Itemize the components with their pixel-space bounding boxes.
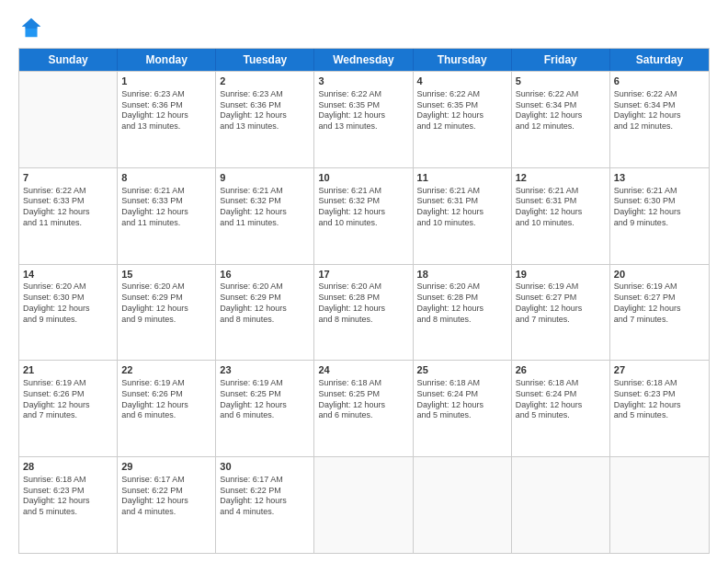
cal-cell: 17Sunrise: 6:20 AM Sunset: 6:28 PM Dayli… — [314, 265, 413, 361]
cell-day-number: 27 — [614, 363, 705, 377]
cell-day-number: 23 — [220, 363, 310, 377]
cal-cell: 5Sunrise: 6:22 AM Sunset: 6:34 PM Daylig… — [512, 72, 610, 167]
cell-info: Sunrise: 6:19 AM Sunset: 6:27 PM Dayligh… — [516, 282, 606, 325]
svg-marker-1 — [22, 18, 41, 29]
cal-cell: 24Sunrise: 6:18 AM Sunset: 6:25 PM Dayli… — [314, 361, 413, 456]
cal-cell: 21Sunrise: 6:19 AM Sunset: 6:26 PM Dayli… — [19, 361, 118, 456]
cell-day-number: 16 — [220, 268, 310, 282]
header-day-sunday: Sunday — [19, 49, 118, 71]
cell-info: Sunrise: 6:20 AM Sunset: 6:28 PM Dayligh… — [318, 282, 408, 325]
cell-day-number: 30 — [220, 460, 310, 474]
cal-cell: 7Sunrise: 6:22 AM Sunset: 6:33 PM Daylig… — [19, 168, 118, 264]
cell-info: Sunrise: 6:18 AM Sunset: 6:24 PM Dayligh… — [417, 378, 507, 421]
cal-cell: 11Sunrise: 6:21 AM Sunset: 6:31 PM Dayli… — [414, 168, 512, 264]
cal-cell: 19Sunrise: 6:19 AM Sunset: 6:27 PM Dayli… — [512, 265, 610, 361]
cal-cell: 20Sunrise: 6:19 AM Sunset: 6:27 PM Dayli… — [610, 265, 709, 361]
cal-cell: 14Sunrise: 6:20 AM Sunset: 6:30 PM Dayli… — [19, 265, 118, 361]
logo — [18, 15, 48, 40]
cell-day-number: 13 — [614, 171, 705, 185]
week-row-1: 7Sunrise: 6:22 AM Sunset: 6:33 PM Daylig… — [19, 167, 709, 264]
cell-day-number: 4 — [417, 75, 507, 88]
cell-day-number: 18 — [417, 268, 507, 282]
cell-info: Sunrise: 6:20 AM Sunset: 6:29 PM Dayligh… — [121, 282, 211, 325]
cell-info: Sunrise: 6:22 AM Sunset: 6:34 PM Dayligh… — [614, 89, 705, 132]
cal-cell — [610, 457, 709, 553]
cell-info: Sunrise: 6:21 AM Sunset: 6:32 PM Dayligh… — [220, 186, 310, 229]
cell-day-number: 14 — [23, 268, 113, 282]
cell-day-number: 17 — [318, 268, 408, 282]
cell-info: Sunrise: 6:23 AM Sunset: 6:36 PM Dayligh… — [220, 89, 310, 132]
cell-info: Sunrise: 6:19 AM Sunset: 6:25 PM Dayligh… — [220, 378, 310, 421]
cal-cell: 28Sunrise: 6:18 AM Sunset: 6:23 PM Dayli… — [19, 457, 118, 553]
cell-info: Sunrise: 6:22 AM Sunset: 6:33 PM Dayligh… — [23, 186, 113, 229]
cell-day-number: 1 — [121, 75, 211, 88]
cell-day-number: 3 — [318, 75, 408, 88]
cal-cell — [414, 457, 512, 553]
cell-day-number: 22 — [121, 363, 211, 377]
cell-info: Sunrise: 6:22 AM Sunset: 6:35 PM Dayligh… — [417, 89, 507, 132]
header-day-monday: Monday — [118, 49, 216, 71]
cell-info: Sunrise: 6:20 AM Sunset: 6:29 PM Dayligh… — [220, 282, 310, 325]
cal-cell: 9Sunrise: 6:21 AM Sunset: 6:32 PM Daylig… — [216, 168, 314, 264]
cell-info: Sunrise: 6:19 AM Sunset: 6:27 PM Dayligh… — [614, 282, 705, 325]
cal-cell: 30Sunrise: 6:17 AM Sunset: 6:22 PM Dayli… — [216, 457, 314, 553]
cell-info: Sunrise: 6:18 AM Sunset: 6:24 PM Dayligh… — [516, 378, 606, 421]
cal-cell: 29Sunrise: 6:17 AM Sunset: 6:22 PM Dayli… — [118, 457, 216, 553]
cal-cell: 1Sunrise: 6:23 AM Sunset: 6:36 PM Daylig… — [118, 72, 216, 167]
header-day-thursday: Thursday — [414, 49, 512, 71]
cal-cell: 8Sunrise: 6:21 AM Sunset: 6:33 PM Daylig… — [118, 168, 216, 264]
cell-info: Sunrise: 6:18 AM Sunset: 6:23 PM Dayligh… — [23, 475, 113, 518]
cal-cell: 6Sunrise: 6:22 AM Sunset: 6:34 PM Daylig… — [610, 72, 709, 167]
cell-day-number: 11 — [417, 171, 507, 185]
cell-info: Sunrise: 6:21 AM Sunset: 6:32 PM Dayligh… — [318, 186, 408, 229]
cell-day-number: 19 — [516, 268, 606, 282]
cal-cell: 26Sunrise: 6:18 AM Sunset: 6:24 PM Dayli… — [512, 361, 610, 456]
cell-day-number: 9 — [220, 171, 310, 185]
cal-cell: 4Sunrise: 6:22 AM Sunset: 6:35 PM Daylig… — [414, 72, 512, 167]
cell-day-number: 7 — [23, 171, 113, 185]
calendar: SundayMondayTuesdayWednesdayThursdayFrid… — [18, 48, 710, 554]
cal-cell — [19, 72, 118, 167]
calendar-header: SundayMondayTuesdayWednesdayThursdayFrid… — [19, 49, 709, 71]
calendar-body: 1Sunrise: 6:23 AM Sunset: 6:36 PM Daylig… — [19, 71, 709, 553]
cell-info: Sunrise: 6:19 AM Sunset: 6:26 PM Dayligh… — [23, 378, 113, 421]
cell-info: Sunrise: 6:18 AM Sunset: 6:25 PM Dayligh… — [318, 378, 408, 421]
cell-info: Sunrise: 6:17 AM Sunset: 6:22 PM Dayligh… — [220, 475, 310, 518]
cell-info: Sunrise: 6:18 AM Sunset: 6:23 PM Dayligh… — [614, 378, 705, 421]
cal-cell: 27Sunrise: 6:18 AM Sunset: 6:23 PM Dayli… — [610, 361, 709, 456]
header — [18, 15, 710, 40]
week-row-2: 14Sunrise: 6:20 AM Sunset: 6:30 PM Dayli… — [19, 264, 709, 361]
cell-day-number: 10 — [318, 171, 408, 185]
cell-info: Sunrise: 6:21 AM Sunset: 6:30 PM Dayligh… — [614, 186, 705, 229]
cell-info: Sunrise: 6:20 AM Sunset: 6:28 PM Dayligh… — [417, 282, 507, 325]
cal-cell: 22Sunrise: 6:19 AM Sunset: 6:26 PM Dayli… — [118, 361, 216, 456]
header-day-wednesday: Wednesday — [314, 49, 413, 71]
cell-info: Sunrise: 6:20 AM Sunset: 6:30 PM Dayligh… — [23, 282, 113, 325]
cal-cell: 16Sunrise: 6:20 AM Sunset: 6:29 PM Dayli… — [216, 265, 314, 361]
cell-day-number: 20 — [614, 268, 705, 282]
cell-info: Sunrise: 6:22 AM Sunset: 6:34 PM Dayligh… — [516, 89, 606, 132]
week-row-0: 1Sunrise: 6:23 AM Sunset: 6:36 PM Daylig… — [19, 71, 709, 167]
cell-info: Sunrise: 6:21 AM Sunset: 6:33 PM Dayligh… — [121, 186, 211, 229]
cell-info: Sunrise: 6:21 AM Sunset: 6:31 PM Dayligh… — [417, 186, 507, 229]
cell-info: Sunrise: 6:21 AM Sunset: 6:31 PM Dayligh… — [516, 186, 606, 229]
logo-icon — [18, 15, 44, 40]
cal-cell: 15Sunrise: 6:20 AM Sunset: 6:29 PM Dayli… — [118, 265, 216, 361]
header-day-tuesday: Tuesday — [216, 49, 314, 71]
cal-cell — [314, 457, 413, 553]
cell-info: Sunrise: 6:19 AM Sunset: 6:26 PM Dayligh… — [121, 378, 211, 421]
cell-day-number: 15 — [121, 268, 211, 282]
page: SundayMondayTuesdayWednesdayThursdayFrid… — [0, 0, 728, 563]
cal-cell: 18Sunrise: 6:20 AM Sunset: 6:28 PM Dayli… — [414, 265, 512, 361]
cell-day-number: 21 — [23, 363, 113, 377]
cal-cell: 23Sunrise: 6:19 AM Sunset: 6:25 PM Dayli… — [216, 361, 314, 456]
cal-cell: 25Sunrise: 6:18 AM Sunset: 6:24 PM Dayli… — [414, 361, 512, 456]
cell-info: Sunrise: 6:23 AM Sunset: 6:36 PM Dayligh… — [121, 89, 211, 132]
cell-day-number: 6 — [614, 75, 705, 88]
cell-day-number: 25 — [417, 363, 507, 377]
header-day-saturday: Saturday — [610, 49, 709, 71]
cell-info: Sunrise: 6:22 AM Sunset: 6:35 PM Dayligh… — [318, 89, 408, 132]
cell-day-number: 8 — [121, 171, 211, 185]
week-row-4: 28Sunrise: 6:18 AM Sunset: 6:23 PM Dayli… — [19, 456, 709, 553]
cell-day-number: 12 — [516, 171, 606, 185]
